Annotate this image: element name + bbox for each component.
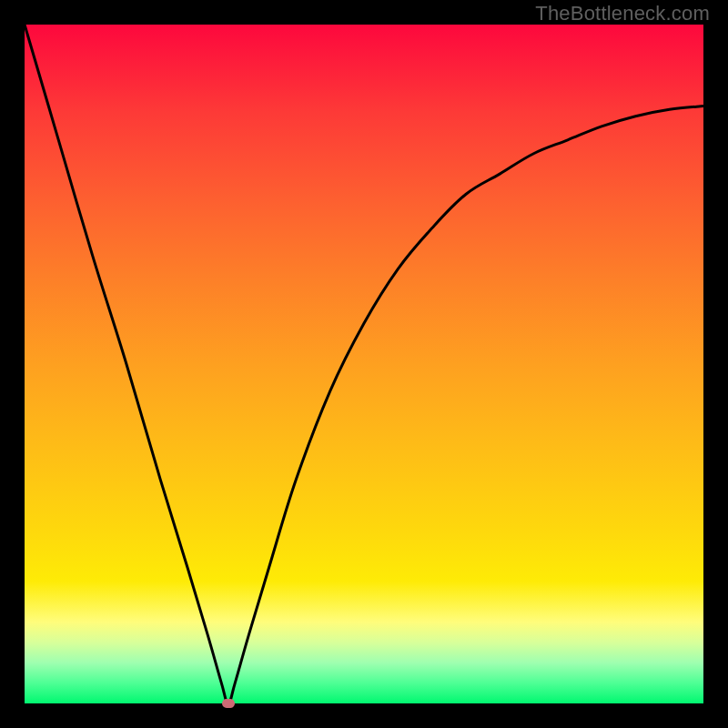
- bottleneck-curve: [25, 25, 703, 703]
- watermark-text: TheBottleneck.com: [535, 2, 710, 25]
- plot-area: [25, 25, 703, 703]
- curve-svg: [25, 25, 703, 703]
- chart-frame: TheBottleneck.com: [0, 0, 728, 728]
- min-point-marker: [222, 699, 235, 708]
